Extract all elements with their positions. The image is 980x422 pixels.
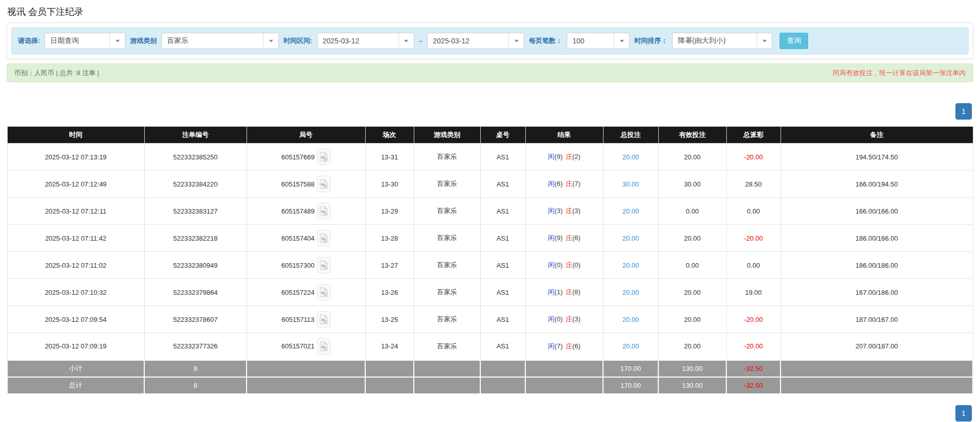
video-file-icon (320, 233, 328, 243)
video-replay-button[interactable] (317, 230, 330, 246)
time-sort-combobox[interactable]: 降幂(由大到小) (672, 33, 772, 49)
cell-bet-id: 522332379864 (144, 279, 247, 306)
result-player-label: 闲 (548, 261, 554, 269)
cell-time: 2025-03-12 07:12:11 (7, 198, 144, 225)
cell-result: 闲(3)庄(3) (525, 198, 603, 225)
video-replay-button[interactable] (317, 149, 330, 165)
cell-total-bet: 20.00 (603, 252, 658, 279)
page-size-combobox[interactable]: 100 (567, 33, 630, 49)
cell-valid-bet: 30.00 (658, 171, 726, 198)
table-body: 2025-03-12 07:13:19 522332385250 6051576… (7, 144, 973, 360)
cell-total-bet: 20.00 (603, 144, 658, 171)
result-player-label: 闲 (548, 315, 554, 323)
chevron-down-icon[interactable] (508, 33, 524, 49)
date-from-combobox[interactable]: 2025-03-12 (317, 33, 414, 49)
cell-session: 13-28 (365, 225, 414, 252)
video-replay-button[interactable] (317, 338, 330, 355)
chevron-down-icon[interactable] (263, 33, 278, 49)
cell-result: 闲(1)庄(8) (525, 279, 603, 306)
cell-remark: 166.00/166.00 (781, 198, 973, 225)
cell-session: 13-25 (365, 306, 414, 333)
total-label: 总计 (7, 377, 144, 394)
page-title: 视讯 会员下注纪录 (0, 0, 980, 22)
page-1-button[interactable]: 1 (955, 103, 972, 120)
cell-table-id: AS1 (480, 225, 525, 252)
pagination-top: 1 (8, 103, 972, 120)
result-player-score: (9) (554, 153, 563, 160)
round-id-value: 605157224 (281, 289, 315, 296)
currency-total-text: 币别：人民币 | 总共 :8 注单 | (14, 68, 99, 78)
select-type-value: 日期查询 (45, 33, 109, 49)
bet-records-table: 时间 注单编号 局号 场次 游戏类别 桌号 结果 总投注 有效投注 总派彩 备注… (7, 126, 973, 394)
cell-round-id: 605157300 (247, 252, 365, 279)
total-bet-link[interactable]: 20.00 (622, 153, 639, 161)
subtotal-total-bet: 170.00 (603, 360, 658, 377)
select-type-combobox[interactable]: 日期查询 (44, 33, 125, 49)
result-banker-score: (6) (572, 234, 581, 242)
cell-total-bet: 20.00 (603, 333, 658, 360)
date-range-separator: ~ (419, 37, 423, 45)
video-file-icon (320, 152, 328, 162)
cell-result: 闲(6)庄(7) (525, 171, 603, 198)
cell-time: 2025-03-12 07:11:02 (7, 252, 144, 279)
cell-table-id: AS1 (480, 279, 525, 306)
total-bet-link[interactable]: 20.00 (622, 342, 639, 350)
video-replay-button[interactable] (317, 203, 330, 219)
total-bet-link[interactable]: 30.00 (622, 180, 639, 188)
chevron-down-icon[interactable] (109, 33, 125, 49)
date-from-value: 2025-03-12 (318, 33, 398, 49)
subtotal-label: 小计 (7, 360, 144, 377)
result-player-score: (3) (554, 207, 563, 215)
result-banker-label: 庄 (566, 288, 572, 296)
search-button[interactable]: 查询 (779, 33, 808, 49)
total-bet-link[interactable]: 20.00 (622, 235, 639, 242)
note-text: 同局有效投注，统一计算在该局第一张注单内 (833, 68, 966, 78)
video-replay-button[interactable] (317, 284, 330, 300)
cell-round-id: 605157404 (247, 225, 365, 252)
round-id-value: 605157588 (281, 180, 315, 188)
cell-time: 2025-03-12 07:12:49 (7, 171, 144, 198)
cell-payout: 0.00 (726, 252, 781, 279)
result-player-score: (0) (554, 261, 563, 269)
video-replay-button[interactable] (317, 257, 330, 273)
table-header-row: 时间 注单编号 局号 场次 游戏类别 桌号 结果 总投注 有效投注 总派彩 备注 (7, 127, 973, 144)
cell-payout: -20.00 (726, 225, 781, 252)
page-1-button-bottom[interactable]: 1 (955, 405, 972, 421)
cell-game-type: 百家乐 (414, 333, 480, 360)
cell-time: 2025-03-12 07:11:42 (7, 225, 144, 252)
total-bet-link[interactable]: 20.00 (622, 207, 639, 215)
cell-round-id: 605157224 (247, 279, 365, 306)
cell-valid-bet: 20.00 (658, 144, 726, 171)
total-payout: -32.50 (726, 377, 781, 394)
header-game-type: 游戏类别 (414, 127, 480, 144)
cell-table-id: AS1 (480, 333, 525, 360)
game-type-value: 百家乐 (162, 33, 263, 49)
video-replay-button[interactable] (317, 311, 330, 327)
round-id-value: 605157113 (281, 316, 314, 323)
result-banker-score: (7) (572, 180, 581, 187)
total-bet-link[interactable]: 20.00 (622, 316, 639, 323)
result-player-label: 闲 (548, 153, 554, 160)
filter-bar: 请选择: 日期查询 游戏类别 百家乐 时间区间: 2025-03-12 ~ 20… (11, 27, 969, 55)
result-player-score: (6) (554, 180, 563, 187)
cell-game-type: 百家乐 (414, 144, 480, 171)
table-row: 2025-03-12 07:11:42 522332382218 6051574… (7, 225, 973, 252)
game-type-combobox[interactable]: 百家乐 (161, 33, 279, 49)
cell-remark: 186.00/166.00 (781, 225, 973, 252)
round-id-value: 605157404 (281, 235, 315, 242)
result-banker-score: (3) (572, 315, 581, 323)
video-file-icon (320, 260, 328, 270)
subtotal-count: 8 (144, 360, 247, 377)
result-banker-score: (2) (572, 153, 581, 160)
chevron-down-icon[interactable] (756, 33, 772, 49)
video-file-icon (320, 287, 328, 297)
date-to-combobox[interactable]: 2025-03-12 (427, 33, 524, 49)
cell-remark: 186.00/186.00 (781, 252, 973, 279)
round-id-value: 605157669 (281, 153, 315, 161)
cell-bet-id: 522332384220 (144, 171, 247, 198)
chevron-down-icon[interactable] (398, 33, 414, 49)
chevron-down-icon[interactable] (614, 33, 629, 49)
video-replay-button[interactable] (317, 176, 330, 192)
total-bet-link[interactable]: 20.00 (622, 289, 639, 296)
total-bet-link[interactable]: 20.00 (622, 262, 639, 269)
